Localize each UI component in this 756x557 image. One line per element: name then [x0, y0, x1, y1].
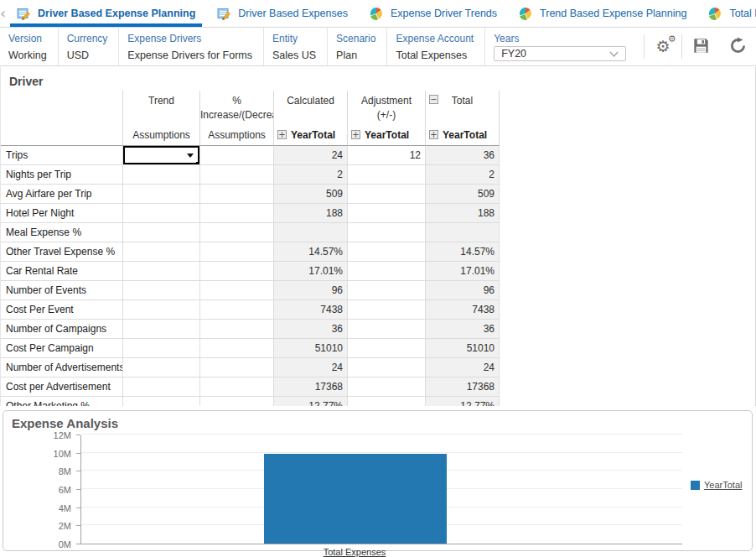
col-header-pct-increase[interactable]: % Increase/(Decrease): [199, 91, 273, 124]
pct-increase-cell[interactable]: [199, 377, 273, 397]
pct-increase-cell[interactable]: [199, 281, 273, 300]
subheader-yeartotal[interactable]: + YearTotal: [347, 124, 425, 146]
refresh-button[interactable]: [719, 28, 756, 65]
row-header-cell[interactable]: Other Marketing %: [1, 397, 122, 406]
header-text: %: [232, 95, 241, 107]
trend-assumption-cell[interactable]: [122, 377, 199, 397]
row-header-cell[interactable]: Number of Advertisements: [1, 358, 122, 377]
col-header-calculated[interactable]: Calculated: [273, 91, 347, 124]
trend-assumption-cell[interactable]: [122, 320, 199, 339]
adjustment-value-cell[interactable]: [347, 223, 425, 242]
pov-version[interactable]: Version Working: [0, 28, 59, 65]
x-axis-category-label[interactable]: Total Expenses: [263, 547, 446, 557]
adjustment-value-cell[interactable]: [347, 339, 425, 358]
subheader-yeartotal[interactable]: + YearTotal: [273, 124, 347, 146]
subheader-assumptions[interactable]: Assumptions: [122, 124, 199, 146]
pct-increase-cell[interactable]: [199, 300, 273, 320]
subheader-yeartotal[interactable]: + YearTotal: [425, 124, 500, 146]
cell-fill-handle[interactable]: [196, 162, 199, 165]
pov-dimension-label: Expense Drivers: [127, 33, 252, 44]
adjustment-value-cell[interactable]: [347, 397, 425, 406]
pov-entity[interactable]: Entity Sales US: [264, 28, 328, 65]
tab-expense-driver-trends[interactable]: Expense Driver Trends: [359, 0, 508, 27]
dashboard-pie-icon: [519, 7, 533, 21]
pct-increase-cell[interactable]: [199, 358, 273, 377]
trend-assumption-cell[interactable]: [122, 281, 199, 300]
col-header-total[interactable]: − Total: [425, 91, 500, 124]
cell-dropdown-caret-icon[interactable]: [187, 154, 194, 158]
save-button[interactable]: [682, 28, 719, 65]
pct-increase-cell[interactable]: [199, 397, 273, 406]
row-header-cell[interactable]: Cost Per Campaign: [1, 339, 122, 358]
row-header-cell[interactable]: Meal Expense %: [1, 223, 122, 242]
expand-icon[interactable]: +: [429, 130, 438, 139]
pct-increase-cell[interactable]: [199, 146, 273, 165]
trend-assumption-cell[interactable]: [122, 397, 199, 406]
row-header-cell[interactable]: Trips: [1, 146, 122, 165]
trend-assumption-cell[interactable]: [122, 223, 199, 242]
trend-assumption-cell[interactable]: [122, 300, 199, 320]
pct-increase-cell[interactable]: [199, 204, 273, 223]
pct-increase-cell[interactable]: [199, 339, 273, 358]
tabs-scroll-left-button[interactable]: ‹: [0, 0, 6, 27]
trend-assumption-cell[interactable]: [122, 339, 199, 358]
pct-increase-cell[interactable]: [199, 223, 273, 242]
row-header-cell[interactable]: Avg Airfare per Trip: [1, 185, 122, 204]
row-header-cell[interactable]: Other Travel Expense %: [1, 242, 122, 262]
row-header-cell[interactable]: Number of Events: [1, 281, 122, 300]
total-value-cell: 17.01%: [425, 262, 500, 281]
adjustment-value-cell[interactable]: [347, 300, 425, 320]
row-header-cell[interactable]: Nights per Trip: [1, 165, 122, 185]
trend-assumption-cell[interactable]: [122, 185, 199, 204]
pov-scenario[interactable]: Scenario Plan: [328, 28, 387, 65]
chart-legend[interactable]: YearTotal: [691, 480, 742, 490]
pct-increase-cell[interactable]: [199, 165, 273, 185]
adjustment-value-cell[interactable]: [347, 165, 425, 185]
trend-assumption-cell[interactable]: [122, 165, 199, 185]
calculated-value-cell: 24: [273, 146, 347, 165]
expand-icon[interactable]: +: [277, 130, 287, 139]
row-header-cell[interactable]: Cost Per Event: [1, 300, 122, 320]
row-header-cell[interactable]: Car Rental Rate: [1, 262, 122, 281]
trend-assumption-cell[interactable]: [122, 146, 199, 165]
adjustment-value-cell[interactable]: [347, 204, 425, 223]
adjustment-value-cell[interactable]: [347, 377, 425, 397]
pov-currency[interactable]: Currency USD: [59, 28, 120, 65]
adjustment-value-cell[interactable]: [347, 242, 425, 262]
years-dropdown[interactable]: FY20: [494, 46, 626, 61]
col-header-adjustment[interactable]: Adjustment (+/-): [347, 91, 425, 124]
adjustment-value-cell[interactable]: [347, 281, 425, 300]
tab-driver-based-expenses[interactable]: Driver Based Expenses: [206, 0, 359, 27]
pct-increase-cell[interactable]: [199, 262, 273, 281]
row-header-cell[interactable]: Hotel Per Night: [1, 204, 122, 223]
adjustment-value-cell[interactable]: [347, 320, 425, 339]
table-row: Cost Per Event 7438 7438: [1, 300, 500, 320]
pct-increase-cell[interactable]: [199, 320, 273, 339]
adjustment-value-cell[interactable]: [347, 358, 425, 377]
pov-expense-drivers[interactable]: Expense Drivers Expense Drivers for Form…: [119, 28, 264, 65]
trend-assumption-cell[interactable]: [122, 358, 199, 377]
table-row: Cost Per Campaign 51010 51010: [1, 339, 500, 358]
total-value-cell: 188: [425, 204, 500, 223]
adjustment-value-cell[interactable]: [347, 262, 425, 281]
pov-expense-account[interactable]: Expense Account Total Expenses: [387, 28, 485, 65]
row-header-cell[interactable]: Cost per Advertisement: [1, 377, 122, 397]
bar-yeartotal[interactable]: [264, 454, 447, 544]
pct-increase-cell[interactable]: [199, 242, 273, 262]
adjustment-value-cell[interactable]: 12: [347, 146, 425, 165]
subheader-assumptions[interactable]: Assumptions: [199, 124, 273, 146]
collapse-icon[interactable]: −: [429, 95, 438, 104]
tab-trend-based-expense-planning[interactable]: Trend Based Expense Planning: [508, 0, 697, 27]
tab-total-expenses[interactable]: Total Expenses: [697, 0, 756, 27]
trend-assumption-cell[interactable]: [122, 204, 199, 223]
col-header-trend[interactable]: Trend: [122, 91, 199, 124]
settings-button[interactable]: ⚙ ⚙: [645, 28, 681, 65]
adjustment-value-cell[interactable]: [347, 185, 425, 204]
trend-assumption-cell[interactable]: [122, 242, 199, 262]
pov-member-value: USD: [67, 49, 108, 61]
row-header-cell[interactable]: Number of Campaigns: [1, 320, 122, 339]
trend-assumption-cell[interactable]: [122, 262, 199, 281]
tab-driver-based-expense-planning[interactable]: Driver Based Expense Planning: [6, 0, 206, 27]
pct-increase-cell[interactable]: [199, 185, 273, 204]
expand-icon[interactable]: +: [351, 130, 360, 139]
